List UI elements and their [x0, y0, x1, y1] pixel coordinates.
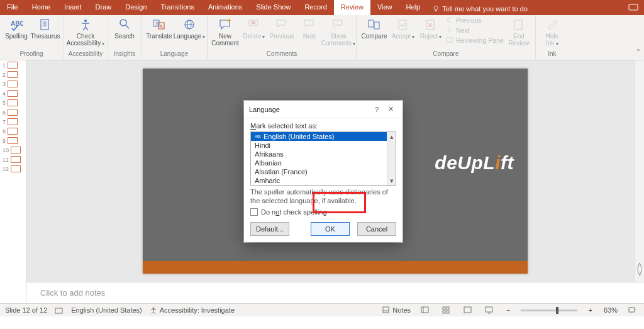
default-button[interactable]: Default...: [250, 222, 289, 236]
language-item[interactable]: Alsatian (France): [251, 167, 396, 176]
reject-button: Reject: [418, 16, 443, 40]
svg-rect-30: [383, 307, 389, 313]
tell-me-label: Tell me what you want to do: [442, 5, 528, 13]
slide-thumbnail[interactable]: 2: [0, 70, 26, 79]
pane-icon: [446, 37, 453, 43]
scroll-down-icon[interactable]: ▾: [387, 176, 396, 185]
language-item[interactable]: Amharic: [251, 176, 396, 185]
slide-thumbnail-pane[interactable]: 123456789101112: [0, 60, 26, 303]
language-item[interactable]: Albanian: [251, 159, 396, 167]
show-comments-button: Show Comments: [325, 16, 352, 47]
search-icon: [118, 16, 131, 33]
spelling-button[interactable]: ABC Spelling: [4, 16, 29, 40]
tab-file[interactable]: File: [0, 0, 25, 15]
fit-to-window-button[interactable]: [625, 305, 639, 315]
view-slideshow-button[interactable]: [482, 305, 496, 315]
do-not-check-spelling-checkbox[interactable]: Do not check spelling: [250, 208, 396, 216]
compare-button[interactable]: Compare: [360, 16, 388, 40]
zoom-in-button[interactable]: +: [585, 306, 596, 314]
status-notes-button[interactable]: Notes: [382, 306, 411, 314]
status-language[interactable]: English (United States): [71, 306, 142, 314]
slide-thumbnail[interactable]: 7: [0, 117, 26, 126]
hide-ink-button: Hide Ink: [540, 16, 565, 47]
reviewing-pane: Reviewing Pane: [446, 36, 504, 44]
slide-thumbnail[interactable]: 3: [0, 79, 26, 89]
mark-text-label: Mark selected text as:: [250, 122, 396, 130]
tell-me-search[interactable]: Tell me what you want to do: [432, 0, 528, 15]
svg-point-29: [152, 308, 154, 309]
ribbon-collapse-button[interactable]: ˄: [636, 48, 640, 57]
accept-icon: [397, 16, 409, 33]
tab-review[interactable]: Review: [334, 0, 370, 15]
vertical-scrollbar[interactable]: ⋀⋁: [634, 60, 644, 282]
slide-thumbnail[interactable]: 11: [0, 155, 26, 164]
listbox-scrollbar[interactable]: ▴ ▾: [387, 132, 396, 185]
tab-insert[interactable]: Insert: [57, 0, 89, 15]
delete-comment-button: Delete: [242, 16, 267, 40]
status-accessibility[interactable]: Accessibility: Investigate: [150, 306, 235, 314]
new-comment-button[interactable]: ✦ New Comment: [211, 16, 239, 47]
status-section-icon[interactable]: [55, 306, 64, 314]
language-button[interactable]: Language: [175, 16, 203, 40]
group-proofing: ABC Spelling Thesaurus Proofing: [0, 15, 64, 60]
tab-record[interactable]: Record: [297, 0, 333, 15]
cancel-button[interactable]: Cancel: [357, 222, 396, 236]
new-comment-icon: ✦: [218, 16, 232, 33]
slide-thumbnail[interactable]: 12: [0, 164, 26, 174]
language-item[interactable]: Hindi: [251, 141, 396, 150]
translate-button[interactable]: 文A Translate: [145, 16, 173, 40]
tab-help[interactable]: Help: [399, 0, 428, 15]
dialog-close-button[interactable]: ✕: [384, 105, 397, 113]
group-insights: Search Insights: [108, 15, 142, 60]
view-normal-button[interactable]: [418, 305, 432, 315]
slide-thumbnail[interactable]: 6: [0, 108, 26, 117]
dialog-titlebar[interactable]: Language ? ✕: [244, 101, 402, 118]
compare-nav: Previous Next Reviewing Pane: [446, 16, 504, 44]
zoom-level[interactable]: 63%: [604, 306, 618, 314]
tab-home[interactable]: Home: [25, 0, 57, 15]
view-reading-button[interactable]: [461, 305, 475, 315]
tab-design[interactable]: Design: [118, 0, 153, 15]
status-slide-number: Slide 12 of 12: [5, 306, 47, 314]
slide-thumbnail[interactable]: 10: [0, 145, 26, 155]
search-button[interactable]: Search: [112, 16, 137, 40]
group-ink: Hide Ink Ink: [536, 15, 569, 60]
tab-transitions[interactable]: Transitions: [154, 0, 201, 15]
status-bar: Slide 12 of 12 English (United States) A…: [0, 303, 644, 316]
tab-slideshow[interactable]: Slide Show: [249, 0, 297, 15]
check-accessibility-button[interactable]: Check Accessibility: [67, 16, 104, 47]
language-item[interactable]: Afrikaans: [251, 150, 396, 159]
svg-line-9: [126, 25, 129, 28]
group-compare: Compare Accept Reject Previous Next Revi…: [357, 15, 536, 60]
reject-icon: [425, 16, 436, 33]
end-review-button: End Review: [506, 16, 531, 47]
svg-point-0: [434, 6, 438, 9]
notes-pane[interactable]: Click to add notes: [26, 282, 644, 303]
svg-rect-36: [443, 311, 445, 313]
display-options-button[interactable]: [623, 0, 644, 15]
svg-rect-20: [369, 20, 374, 27]
slide-thumbnail[interactable]: 4: [0, 89, 26, 98]
dialog-help-button[interactable]: ?: [370, 106, 384, 113]
slide-thumbnail[interactable]: 8: [0, 126, 26, 136]
next-comment-icon: [303, 16, 316, 33]
slide-nav-buttons[interactable]: ⋀⋁: [636, 262, 643, 269]
slide-thumbnail[interactable]: 5: [0, 98, 26, 108]
language-listbox[interactable]: ABC English (United States) Hindi Afrika…: [250, 131, 396, 186]
tab-draw[interactable]: Draw: [89, 0, 119, 15]
zoom-slider[interactable]: [521, 309, 577, 311]
view-sorter-button[interactable]: [440, 305, 453, 315]
thesaurus-icon: [39, 16, 52, 33]
slide-thumbnail[interactable]: 1: [0, 60, 26, 70]
zoom-out-button[interactable]: −: [504, 306, 513, 314]
slide-thumbnail[interactable]: 9: [0, 136, 26, 145]
ok-button[interactable]: OK: [311, 222, 350, 236]
tab-animations[interactable]: Animations: [201, 0, 249, 15]
language-item-selected[interactable]: ABC English (United States): [251, 132, 396, 141]
accept-button: Accept: [391, 16, 416, 40]
tab-view[interactable]: View: [370, 0, 399, 15]
prev-comment-button: Previous: [269, 16, 294, 40]
thesaurus-button[interactable]: Thesaurus: [31, 16, 59, 40]
scroll-up-icon[interactable]: ▴: [387, 132, 396, 141]
svg-rect-40: [629, 308, 635, 312]
